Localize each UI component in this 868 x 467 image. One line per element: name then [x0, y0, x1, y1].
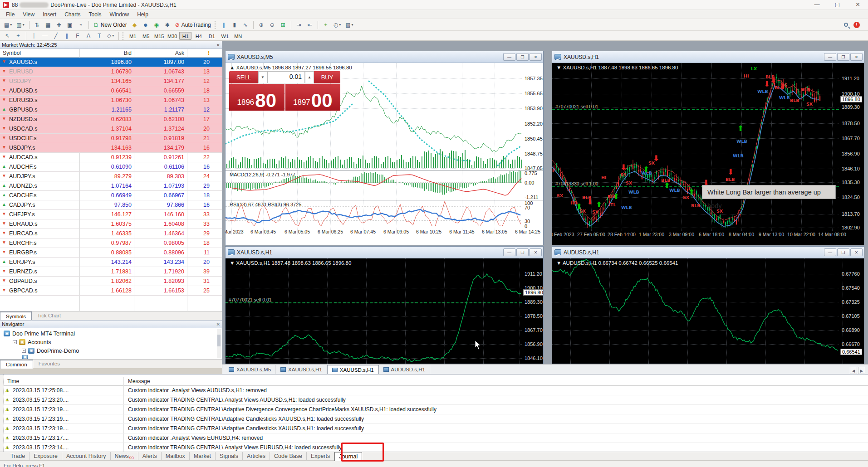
- market-watch-row-euraud.s[interactable]: ▼EURAUD.s1.603751.6040833: [0, 219, 222, 229]
- chart-shift-button[interactable]: ⇤: [305, 20, 315, 29]
- market-watch-row-audchf.s[interactable]: ▲AUDCHF.s0.610900.6110616: [0, 162, 222, 172]
- data-window-button[interactable]: ▦: [43, 20, 53, 29]
- market-watch-row-audjpy.s[interactable]: ▼AUDJPY.s89.27989.30324: [0, 172, 222, 181]
- fibonacci-button[interactable]: F: [73, 31, 83, 40]
- chart-tab-1[interactable]: XAUUSD.s,H1: [276, 365, 327, 374]
- sell-price-button[interactable]: 189680: [229, 84, 284, 111]
- tree-expander-icon[interactable]: -: [13, 340, 17, 344]
- new-order-button[interactable]: 🗋New Order: [92, 20, 129, 29]
- terminal-tab-account-history[interactable]: Account History: [62, 452, 111, 461]
- market-watch-tab-tick-chart[interactable]: Tick Chart: [32, 311, 66, 321]
- chart-minimize-button[interactable]: —: [824, 53, 836, 61]
- navigator-button[interactable]: ✚: [54, 20, 64, 29]
- market-watch-row-eurchf.s[interactable]: ▼EURCHF.s0.979870.9800518: [0, 238, 222, 248]
- terminal-tab-exposure[interactable]: Exposure: [29, 452, 62, 461]
- terminal-tab-news[interactable]: News99: [111, 452, 138, 461]
- profiles-button[interactable]: ▥▾: [15, 20, 26, 29]
- chart-close-button[interactable]: ✕: [530, 248, 542, 256]
- bar-chart-button[interactable]: ∥: [219, 20, 229, 29]
- chart-close-button[interactable]: ✕: [850, 248, 863, 256]
- metaeditor-button[interactable]: ◆: [130, 20, 140, 29]
- market-watch-row-chfjpy.s[interactable]: ▼CHFJPY.s146.127146.16033: [0, 210, 222, 219]
- menu-help[interactable]: Help: [133, 10, 152, 19]
- timeframe-m5[interactable]: M5: [140, 32, 152, 40]
- chart-window-titlebar[interactable]: AUDUSD.s,H1—❐✕: [552, 247, 864, 258]
- search-button[interactable]: [841, 20, 851, 29]
- market-watch-row-eurnzd.s[interactable]: ▼EURNZD.s1.718811.7192039: [0, 267, 222, 277]
- options-button[interactable]: ✱: [162, 20, 172, 29]
- navigator-item-accounts[interactable]: -▣Accounts: [13, 338, 51, 346]
- trendline-button[interactable]: ╱: [51, 31, 61, 40]
- journal-row[interactable]: 2023.03.15 17:23:20....Custom indicator …: [4, 395, 868, 405]
- journal-row[interactable]: 2023.03.15 17:23:14....Custom indicator …: [4, 443, 868, 452]
- market-watch-row-gbpaud.s[interactable]: ▼GBPAUD.s1.820621.8209331: [0, 277, 222, 286]
- new-chart-button[interactable]: ▤▾: [2, 20, 14, 29]
- terminal-tab-alerts[interactable]: Alerts: [138, 452, 162, 461]
- chart-canvas[interactable]: ▼ XAUUSD.s,H1 1887.48 1898.63 1886.65 18…: [226, 258, 543, 364]
- chart-window-titlebar[interactable]: XAUUSD.s,H1—❐✕: [226, 247, 543, 258]
- journal-row[interactable]: 2023.03.15 17:23:19....Custom indicator …: [4, 405, 868, 414]
- cursor-button[interactable]: ↖: [2, 31, 12, 40]
- channel-button[interactable]: ∥: [62, 31, 72, 40]
- arrows-button[interactable]: ◇▾: [105, 31, 116, 40]
- text-label-button[interactable]: T: [94, 31, 104, 40]
- chart-tab-2[interactable]: XAUUSD.s,H1: [327, 365, 379, 374]
- navigator-tab-common[interactable]: Common: [0, 360, 33, 369]
- menu-file[interactable]: File: [2, 10, 19, 19]
- chart-minimize-button[interactable]: —: [503, 248, 515, 256]
- tab-scroll-left-icon[interactable]: ◀: [850, 367, 857, 374]
- chart-minimize-button[interactable]: —: [503, 53, 515, 61]
- market-watch-row-gbpcad.s[interactable]: ▼GBPCAD.s1.661281.6615325: [0, 286, 222, 296]
- line-chart-button[interactable]: ∿: [240, 20, 250, 29]
- terminal-tab-code-base[interactable]: Code Base: [270, 452, 307, 461]
- terminal-button[interactable]: ▣: [65, 20, 75, 29]
- chart-canvas[interactable]: ▼ XAUUSD.s,H1 1887.48 1898.63 1886.65 18…: [552, 63, 864, 245]
- timeframe-d1[interactable]: D1: [206, 32, 218, 40]
- chart-tab-0[interactable]: XAUUSD.s,M5: [224, 365, 276, 374]
- market-watch-row-nzdusd.s[interactable]: ▼NZDUSD.s0.620830.6210017: [0, 115, 222, 124]
- volume-input[interactable]: 0.01: [267, 71, 305, 83]
- timeframe-h4[interactable]: H4: [192, 32, 205, 40]
- terminal-tab-articles[interactable]: Articles: [243, 452, 270, 461]
- notification-button[interactable]: !: [852, 20, 862, 29]
- market-watch-row-eurusd[interactable]: ▼EURUSD1.067301.0674313: [0, 67, 222, 77]
- terminal-tab-market[interactable]: Market: [190, 452, 216, 461]
- volume-increase-button[interactable]: ▲: [305, 71, 314, 83]
- terminal-tab-signals[interactable]: Signals: [216, 452, 243, 461]
- horizontal-line-button[interactable]: —: [40, 31, 50, 40]
- navigator-close-icon[interactable]: ✕: [216, 322, 220, 327]
- chart-restore-button[interactable]: ❐: [516, 248, 529, 256]
- zoom-in-button[interactable]: ⊕: [256, 20, 266, 29]
- navigator-tab-favorites[interactable]: Favorites: [33, 360, 65, 369]
- auto-scroll-button[interactable]: ⇥: [294, 20, 304, 29]
- terminal-tab-experts[interactable]: Experts: [307, 452, 334, 461]
- chart-restore-button[interactable]: ❐: [837, 248, 849, 256]
- strategy-tester-button[interactable]: ◔: [76, 20, 86, 29]
- text-button[interactable]: A: [83, 31, 93, 40]
- chart-canvas[interactable]: ▼ AUDUSD.s,H1 0.66734 0.66742 0.66525 0.…: [552, 258, 864, 364]
- chart-window-titlebar[interactable]: XAUUSD.s,M5—❐✕: [226, 51, 543, 63]
- terminal-tab-mailbox[interactable]: Mailbox: [162, 452, 190, 461]
- market-watch-row-usdcad.s[interactable]: ▼USDCAD.s1.371041.3712420: [0, 124, 222, 134]
- tab-scroll-right-icon[interactable]: ▶: [858, 367, 865, 374]
- market-watch-row-cadjpy.s[interactable]: ▲CADJPY.s97.85097.86616: [0, 200, 222, 210]
- market-watch-row-gbpusd.s[interactable]: ▲GBPUSD.s1.211651.2117712: [0, 105, 222, 115]
- market-watch-row-usdjpy.s[interactable]: ▼USDJPY.s134.163134.17916: [0, 143, 222, 153]
- journal-row[interactable]: 2023.03.15 17:25:08....Custom indicator …: [4, 386, 868, 395]
- zoom-out-button[interactable]: ⊖: [267, 20, 277, 29]
- menu-insert[interactable]: Insert: [39, 10, 60, 19]
- journal-row[interactable]: 2023.03.15 17:23:19....Custom indicator …: [4, 424, 868, 433]
- menu-view[interactable]: View: [19, 10, 39, 19]
- navigator-scrollbar[interactable]: [217, 329, 221, 358]
- market-watch-row-eurusd.s[interactable]: ▼EURUSD.s1.067301.0674313: [0, 96, 222, 105]
- timeframe-m30[interactable]: M30: [166, 32, 178, 40]
- chart-restore-button[interactable]: ❐: [837, 53, 849, 61]
- chart-tab-3[interactable]: AUDUSD.s,H1: [379, 365, 430, 374]
- minimize-button[interactable]: —: [807, 0, 827, 10]
- navigator-item-doo-prime-mt4-terminal[interactable]: ▣Doo Prime MT4 Terminal: [4, 329, 75, 338]
- periods-button[interactable]: ◴▾: [332, 20, 343, 29]
- chart-canvas[interactable]: ▲ XAUUSD.s,M5 1896.88 1897.27 1896.55 18…: [226, 63, 543, 245]
- timeframe-mn[interactable]: MN: [232, 32, 244, 40]
- crosshair-button[interactable]: ＋: [13, 31, 23, 40]
- timeframe-w1[interactable]: W1: [219, 32, 231, 40]
